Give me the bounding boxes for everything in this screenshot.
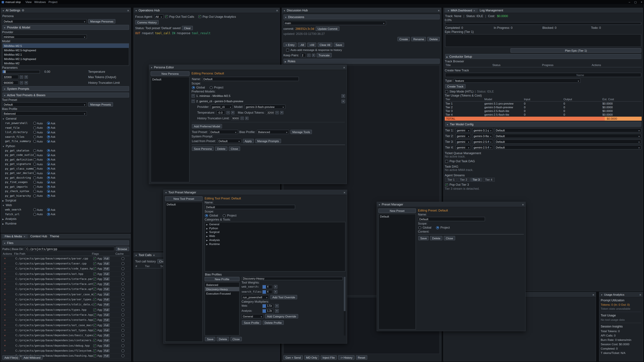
remove-weight-icon[interactable] bbox=[274, 285, 278, 289]
tier-provider-select[interactable]: gemini bbox=[456, 128, 471, 132]
tier-model-select[interactable]: gemini-3.1-pro-preview bbox=[472, 128, 493, 132]
tier-preset-select[interactable]: Default bbox=[494, 128, 641, 132]
manage-presets-button[interactable]: Manage Presets bbox=[88, 102, 113, 107]
ask-radio[interactable] bbox=[47, 190, 50, 193]
close-modal-icon[interactable] bbox=[343, 65, 345, 69]
close-tab-icon[interactable] bbox=[474, 9, 475, 12]
close-tab-icon[interactable] bbox=[24, 235, 25, 238]
auto-radio[interactable] bbox=[33, 158, 36, 161]
ask-radio[interactable] bbox=[47, 176, 50, 179]
decrement-button[interactable] bbox=[240, 116, 244, 120]
agg-checkbox[interactable] bbox=[93, 308, 96, 311]
increment-button[interactable] bbox=[312, 53, 315, 57]
agg-checkbox[interactable] bbox=[93, 278, 96, 281]
decrement-button[interactable] bbox=[276, 111, 279, 114]
auto-radio[interactable] bbox=[33, 167, 36, 170]
epic-planning-textarea[interactable] bbox=[445, 34, 641, 47]
auto-radio[interactable] bbox=[33, 172, 36, 175]
remove-file-icon[interactable] bbox=[4, 344, 6, 347]
bias-profile-list-item[interactable]: Execution-Focused bbox=[205, 291, 239, 296]
close-panel-icon[interactable] bbox=[276, 8, 278, 12]
apply-button[interactable]: Apply bbox=[243, 139, 254, 143]
discussion-manage-button[interactable]: Create bbox=[398, 37, 410, 41]
tool-group-general[interactable]: General bbox=[2, 117, 129, 120]
model-option[interactable]: MiniMax-M2.5 bbox=[3, 43, 129, 48]
decrement-button[interactable] bbox=[20, 81, 23, 84]
cache-radio[interactable] bbox=[121, 283, 124, 286]
discussion-action-button[interactable]: Gen + Send bbox=[284, 355, 303, 360]
maximize-icon[interactable] bbox=[634, 0, 637, 3]
discussions-section[interactable]: Discussions bbox=[284, 14, 440, 19]
track-name-input[interactable]: Name bbox=[445, 73, 641, 77]
agg-checkbox[interactable] bbox=[93, 283, 96, 286]
cache-radio[interactable] bbox=[121, 339, 124, 342]
pop-out-usage-checkbox[interactable] bbox=[198, 15, 201, 18]
add-tool-override-button[interactable]: Add Tool Override bbox=[270, 295, 297, 299]
discussion-entry-button[interactable]: Clear All bbox=[318, 42, 332, 47]
decrement-button[interactable] bbox=[307, 53, 310, 57]
auto-radio[interactable] bbox=[33, 194, 36, 197]
remove-file-icon[interactable] bbox=[4, 262, 6, 265]
add-preferred-model-button[interactable]: Add Preferred Model bbox=[192, 124, 222, 128]
plan-epic-button[interactable]: Plan Epic (Tier 1) bbox=[510, 48, 641, 53]
remove-file-icon[interactable] bbox=[4, 308, 6, 311]
conductor-setup-section[interactable]: Conductor Setup bbox=[445, 54, 641, 59]
tab-theme[interactable]: Theme bbox=[50, 235, 59, 238]
full-button[interactable]: Full bbox=[103, 318, 110, 322]
ask-radio[interactable] bbox=[47, 213, 50, 216]
add-wildcard-button[interactable]: Add Wildcard bbox=[22, 355, 42, 360]
cache-radio[interactable] bbox=[121, 278, 124, 281]
scope-global-radio[interactable] bbox=[205, 214, 208, 217]
add-files-button[interactable]: Add File(s) bbox=[2, 355, 20, 360]
discussion-action-button[interactable]: Reset bbox=[356, 355, 367, 360]
decrement-button[interactable] bbox=[226, 111, 230, 114]
browse-button[interactable]: Browse bbox=[116, 247, 129, 251]
auto-radio[interactable] bbox=[33, 190, 36, 193]
tool-group-runtime[interactable]: Runtime bbox=[2, 222, 129, 225]
base-dir-input[interactable]: C:/projects/gencpp bbox=[25, 247, 114, 251]
increment-button[interactable] bbox=[280, 111, 284, 114]
max-tokens-input[interactable]: 32000 bbox=[2, 75, 18, 79]
tier-provider-select[interactable]: gemini bbox=[456, 134, 471, 138]
step-mode-checkbox[interactable] bbox=[445, 90, 448, 93]
agg-checkbox[interactable] bbox=[93, 324, 96, 327]
ask-radio[interactable] bbox=[47, 126, 50, 129]
manage-tools-button[interactable]: Manage Tools bbox=[290, 130, 312, 134]
persona-list-item[interactable]: Default bbox=[151, 77, 189, 81]
ask-radio[interactable] bbox=[47, 135, 50, 138]
ask-radio[interactable] bbox=[47, 172, 50, 175]
new-profile-button[interactable]: New Profile bbox=[204, 277, 240, 281]
collapse-icon[interactable] bbox=[135, 253, 137, 257]
reorder-handle[interactable] bbox=[192, 99, 195, 103]
agg-checkbox[interactable] bbox=[93, 313, 96, 317]
full-button[interactable]: Full bbox=[103, 272, 110, 276]
ask-radio[interactable] bbox=[47, 181, 50, 184]
collapse-icon[interactable] bbox=[150, 66, 152, 69]
full-button[interactable]: Full bbox=[103, 262, 110, 265]
auto-radio[interactable] bbox=[33, 208, 36, 211]
tab-files-media[interactable]: Files & Media bbox=[2, 234, 28, 238]
tool-preset-select[interactable]: Default bbox=[2, 102, 87, 107]
auto-radio[interactable] bbox=[33, 181, 36, 184]
collapse-icon[interactable] bbox=[378, 203, 380, 206]
close-button[interactable]: Close bbox=[444, 236, 455, 240]
minimize-icon[interactable] bbox=[629, 0, 630, 3]
system-prompts-section[interactable]: System Prompts bbox=[2, 86, 129, 91]
collapse-icon[interactable] bbox=[165, 191, 167, 194]
max-output-input[interactable]: 32000 bbox=[266, 110, 274, 115]
cache-radio[interactable] bbox=[121, 288, 124, 291]
provider-select[interactable]: minimax bbox=[2, 34, 87, 39]
remove-model-button[interactable] bbox=[342, 94, 345, 98]
agg-checkbox[interactable] bbox=[93, 339, 96, 342]
ask-radio[interactable] bbox=[47, 185, 50, 188]
focus-agent-select[interactable]: All bbox=[154, 14, 164, 19]
full-button[interactable]: Full bbox=[103, 267, 110, 270]
delete-button[interactable]: Delete bbox=[430, 236, 442, 240]
category-node[interactable]: General bbox=[205, 222, 345, 226]
preset-content-textarea[interactable] bbox=[418, 234, 524, 235]
scope-project-radio[interactable] bbox=[436, 226, 439, 229]
agg-checkbox[interactable] bbox=[93, 334, 96, 337]
pop-out-tool-calls-checkbox[interactable] bbox=[165, 15, 168, 18]
menu-item[interactable]: Windows bbox=[34, 0, 46, 4]
agg-checkbox[interactable] bbox=[93, 298, 96, 301]
